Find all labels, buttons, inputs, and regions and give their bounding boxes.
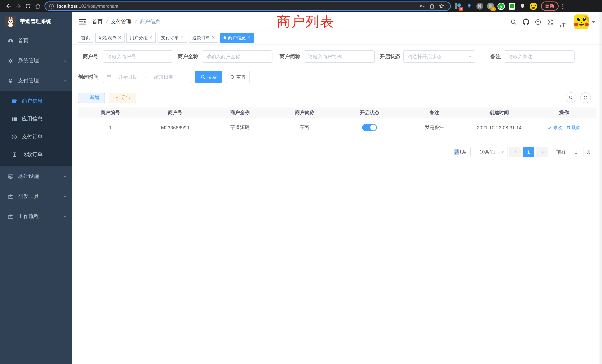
sidebar-item-home[interactable]: 首页 <box>0 31 72 51</box>
browser-update-button[interactable]: 更新 <box>541 1 559 11</box>
tab-process-form[interactable]: 流程表单✕ <box>95 33 125 43</box>
browser-forward-icon[interactable] <box>13 1 23 11</box>
logo-rabbit-image <box>5 16 16 27</box>
add-button[interactable]: 新增 <box>78 93 105 103</box>
page-size-select[interactable]: 10条/页 <box>470 147 507 157</box>
close-icon[interactable]: ✕ <box>118 36 121 40</box>
app-logo[interactable]: 芋道管理系统 <box>0 12 72 31</box>
breadcrumb-pay[interactable]: 支付管理 <box>111 19 132 25</box>
close-icon[interactable]: ✕ <box>149 36 152 40</box>
font-size-icon[interactable]: TT <box>556 16 569 28</box>
tab-user-group[interactable]: 用户分组✕ <box>126 33 156 43</box>
svg-text:?: ? <box>537 20 539 24</box>
edit-link[interactable]: 修改 <box>547 124 562 131</box>
remark-input[interactable] <box>504 50 575 63</box>
toggle-search-button[interactable] <box>566 92 576 103</box>
site-info-icon[interactable]: i <box>49 3 54 9</box>
breadcrumb-home[interactable]: 首页 <box>92 19 103 25</box>
sidebar-item-app-info[interactable]: 应用信息 <box>0 110 72 128</box>
pagination-total: 共1条 <box>454 149 467 155</box>
close-icon[interactable]: ✕ <box>247 36 251 40</box>
sidebar-item-refund-order[interactable]: 退款订单 <box>0 146 72 163</box>
extensions-puzzle-icon[interactable] <box>519 2 526 10</box>
sidebar-item-pay-order[interactable]: ¥ 支付订单 <box>0 128 72 146</box>
extension-emoji-icon[interactable] <box>530 2 537 10</box>
navbar: 首页 / 支付管理 / 商户信息 ? <box>72 12 602 32</box>
extensions-row: 10 ⌘ 1 y <box>454 2 537 10</box>
sidebar-item-devtools[interactable]: 研发工具 <box>0 186 72 206</box>
status-toggle[interactable] <box>362 124 377 131</box>
close-icon[interactable]: ✕ <box>212 36 215 40</box>
status-select[interactable]: 请选择开启状态 <box>403 50 475 63</box>
browser-back-icon[interactable] <box>4 1 13 11</box>
browser-home-icon[interactable] <box>33 1 42 11</box>
next-page-button[interactable] <box>536 147 548 157</box>
delete-link[interactable]: 删除 <box>566 124 581 131</box>
tab-refund-order[interactable]: 退款订单✕ <box>189 33 218 43</box>
export-button[interactable]: 导出 <box>109 93 136 103</box>
select-chevron-icon <box>501 150 505 154</box>
tab-pay-order[interactable]: 支付订单✕ <box>158 33 187 43</box>
sidebar-item-merchant-info[interactable]: 商户信息 <box>0 92 72 110</box>
refresh-icon <box>230 75 235 79</box>
avatar-caret-icon[interactable] <box>592 21 595 23</box>
search-button[interactable]: 搜索 <box>195 71 222 83</box>
extension-pin-icon[interactable] <box>465 2 473 10</box>
pagination-goto: 前往 页 <box>556 147 591 157</box>
url-bar[interactable]: i localhost:1024/pay/merchant <box>44 1 451 11</box>
sidebar-item-pay[interactable]: ¥ 支付管理 <box>0 71 72 91</box>
date-start-input[interactable] <box>112 74 144 80</box>
cell-status <box>337 124 402 131</box>
help-icon[interactable]: ? <box>532 16 544 28</box>
page-content: 商户号 商户全称 商户简称 开启状态 请选择开启状态 备注 创建时间 <box>72 44 602 157</box>
browser-toolbar: i localhost:1024/pay/merchant 10 ⌘ <box>0 0 602 12</box>
close-icon[interactable]: ✕ <box>180 36 184 40</box>
reset-button[interactable]: 重置 <box>226 71 250 83</box>
user-avatar[interactable] <box>574 14 589 29</box>
sidebar-fold-icon[interactable] <box>79 19 86 25</box>
tags-view-bar: 首页 流程表单✕ 用户分组✕ 支付订单✕ 退款订单✕ 商户信息✕ <box>72 32 602 44</box>
chevron-down-icon <box>63 59 67 63</box>
short-name-input[interactable] <box>304 50 375 63</box>
scrollbar-gutter[interactable] <box>599 12 602 364</box>
header-search-icon[interactable] <box>507 16 520 28</box>
extension-badge: 10 <box>459 7 463 11</box>
sidebar-item-workflow[interactable]: 工作流程 <box>0 206 72 226</box>
github-icon[interactable] <box>520 16 532 28</box>
chevron-left-icon <box>513 150 517 154</box>
browser-reload-icon[interactable] <box>23 1 33 11</box>
date-end-input[interactable] <box>147 74 180 80</box>
fullscreen-icon[interactable] <box>544 16 556 28</box>
table-toolbar: 新增 导出 <box>78 92 596 103</box>
extension-command-icon[interactable]: ⌘ <box>476 2 483 10</box>
create-time-range-picker[interactable]: - <box>103 71 191 83</box>
short-name-label: 商户简称 <box>278 53 304 60</box>
filter-row-2: 创建时间 - 搜索 重置 <box>78 71 596 83</box>
toolbox-icon <box>7 194 13 199</box>
sidebar-item-system[interactable]: 系统管理 <box>0 51 72 71</box>
browser-menu-icon[interactable] <box>560 2 565 10</box>
full-name-input[interactable] <box>202 50 272 63</box>
yen-circle-icon: ¥ <box>11 134 17 139</box>
merchant-no-input[interactable] <box>103 50 173 63</box>
bookmark-star-icon[interactable] <box>437 1 446 11</box>
app-title: 芋道管理系统 <box>20 18 51 25</box>
prev-page-button[interactable] <box>509 147 521 157</box>
extension-y-icon[interactable]: y <box>497 2 505 10</box>
cell-merchant-no: M233666999 <box>143 125 208 130</box>
main-area: 首页 / 支付管理 / 商户信息 ? <box>72 12 602 364</box>
password-key-icon[interactable] <box>417 1 427 11</box>
goto-page-input[interactable] <box>569 147 583 157</box>
tab-merchant-info[interactable]: 商户信息✕ <box>220 33 254 43</box>
extension-profile-icon[interactable]: 1 <box>487 2 494 10</box>
page-number-1[interactable]: 1 <box>523 147 534 157</box>
extension-workona-icon[interactable]: 10 <box>454 2 462 10</box>
extension-chat-icon[interactable] <box>508 2 516 10</box>
table-row: 1 M233666999 芋道源码 芋艿 我是备注 2021-10-23 08:… <box>78 118 596 137</box>
chevron-right-icon <box>540 150 544 154</box>
share-icon[interactable] <box>427 1 437 11</box>
refresh-table-button[interactable] <box>580 92 591 103</box>
edit-pencil-icon <box>547 125 552 130</box>
sidebar-item-infra[interactable]: 基础设施 <box>0 166 72 186</box>
tab-home[interactable]: 首页 <box>78 33 93 43</box>
